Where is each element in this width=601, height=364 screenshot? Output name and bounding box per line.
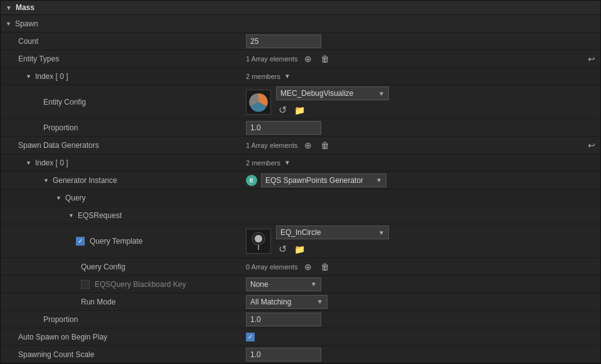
- proportion-label: Proportion: [43, 123, 78, 132]
- entity-config-label: Entity Config: [43, 98, 86, 107]
- eqs-icon: E: [246, 175, 257, 186]
- query-template-folder-button[interactable]: 📁: [292, 242, 307, 256]
- query-config-add-button[interactable]: ⊕: [302, 261, 314, 273]
- index0b-toggle-icon[interactable]: ▼: [26, 160, 31, 166]
- index0b-collapse-icon[interactable]: ▼: [284, 159, 290, 166]
- run-mode-row: Run Mode All Matching ▼: [1, 293, 600, 311]
- index0b-row: ▼ Index [ 0 ] 2 members ▼: [1, 154, 600, 172]
- generator-instance-dropdown[interactable]: EQS SpawnPoints Generator ▼: [261, 174, 386, 187]
- run-mode-arrow-icon: ▼: [317, 298, 323, 305]
- index0-collapse-icon[interactable]: ▼: [284, 73, 290, 80]
- index0-badge: 2 members: [246, 73, 280, 80]
- spawning-count-label: Spawning Count Scale: [18, 350, 94, 359]
- count-label: Count: [18, 37, 38, 46]
- eqs-bb-label: EQSQuery Blackboard Key: [95, 280, 186, 289]
- run-mode-label: Run Mode: [81, 298, 115, 306]
- eqs-query-bb-row: EQSQuery Blackboard Key None ▼: [1, 276, 600, 293]
- pie-chart-icon: [248, 92, 269, 112]
- bb-dropdown-arrow-icon: ▼: [311, 281, 317, 288]
- query-template-row: Query Template EQ_InCircle ▼ ↺ 📁: [1, 224, 600, 258]
- qt-dropdown-arrow-icon: ▼: [378, 229, 385, 236]
- proportion2-input[interactable]: [246, 313, 321, 326]
- spawn-data-undo-button[interactable]: ↩: [585, 139, 598, 152]
- mass-panel: ▼ Mass ▼ Spawn Count Entity Types 1 Arra…: [0, 0, 601, 364]
- query-config-row: Query Config 0 Array elements ⊕ 🗑: [1, 258, 600, 276]
- auto-spawn-row: Auto Spawn on Begin Play: [1, 328, 600, 346]
- index0-toggle-icon[interactable]: ▼: [26, 73, 31, 80]
- query-row: ▼ Query: [1, 189, 600, 207]
- title-arrow-icon[interactable]: ▼: [6, 4, 12, 11]
- eqs-request-label: EQSRequest: [78, 211, 122, 220]
- query-template-dropdown[interactable]: EQ_InCircle ▼: [276, 226, 389, 239]
- entity-config-row: Entity Config MEC_DebugVisualize ▼: [1, 85, 600, 119]
- query-config-badge: 0 Array elements: [246, 263, 298, 271]
- eqs-bb-dropdown[interactable]: None ▼: [246, 278, 321, 291]
- auto-spawn-label: Auto Spawn on Begin Play: [18, 333, 107, 341]
- query-config-delete-button[interactable]: 🗑: [318, 261, 332, 273]
- index0-row: ▼ Index [ 0 ] 2 members ▼: [1, 68, 600, 85]
- entity-types-delete-button[interactable]: 🗑: [318, 53, 332, 65]
- query-template-refresh-button[interactable]: ↺: [276, 242, 289, 256]
- panel-title: Mass: [16, 3, 35, 12]
- spawn-data-add-button[interactable]: ⊕: [302, 139, 314, 152]
- entity-types-row: Entity Types 1 Array elements ⊕ 🗑 ↩: [1, 50, 600, 68]
- spawning-count-row: Spawning Count Scale: [1, 346, 600, 363]
- query-template-checkbox[interactable]: [76, 237, 85, 246]
- generator-instance-row: ▼ Generator Instance E EQS SpawnPoints G…: [1, 172, 600, 189]
- count-row: Count: [1, 33, 600, 50]
- eqs-request-toggle-icon[interactable]: ▼: [68, 212, 74, 219]
- gen-instance-toggle-icon[interactable]: ▼: [43, 177, 49, 184]
- spawn-row: ▼ Spawn: [1, 15, 600, 33]
- query-config-label: Query Config: [81, 263, 125, 271]
- auto-spawn-checkbox[interactable]: [246, 333, 255, 341]
- spawn-label: Spawn: [15, 19, 38, 28]
- entity-config-dropdown[interactable]: MEC_DebugVisualize ▼: [276, 86, 389, 100]
- pin-icon: [251, 231, 266, 251]
- index0b-label: Index [ 0 ]: [35, 159, 68, 167]
- entity-config-refresh-button[interactable]: ↺: [276, 103, 289, 117]
- eqs-bb-checkbox[interactable]: [81, 280, 90, 289]
- eqs-request-row: ▼ EQSRequest: [1, 207, 600, 224]
- entity-types-badge: 1 Array elements: [246, 55, 298, 63]
- query-template-thumbnail: [246, 229, 271, 254]
- entity-types-add-button[interactable]: ⊕: [302, 53, 314, 65]
- proportion2-label: Proportion: [43, 315, 78, 324]
- proportion-row: Proportion: [1, 119, 600, 137]
- title-bar: ▼ Mass: [1, 1, 600, 15]
- query-toggle-icon[interactable]: ▼: [56, 195, 61, 201]
- spawn-data-gen-label: Spawn Data Generators: [18, 141, 99, 150]
- proportion2-row: Proportion: [1, 311, 600, 328]
- entity-config-folder-button[interactable]: 📁: [292, 103, 307, 117]
- spawn-data-delete-button[interactable]: 🗑: [318, 139, 332, 152]
- dropdown-arrow-icon: ▼: [378, 90, 385, 97]
- spawn-data-gen-badge: 1 Array elements: [246, 142, 298, 149]
- index0-label: Index [ 0 ]: [35, 72, 68, 81]
- generator-instance-label: Generator Instance: [53, 176, 117, 185]
- spawning-count-input[interactable]: [246, 348, 321, 361]
- query-template-label: Query Template: [90, 237, 143, 246]
- proportion-input[interactable]: [246, 121, 321, 135]
- spawn-data-gen-row: Spawn Data Generators 1 Array elements ⊕…: [1, 137, 600, 154]
- query-label: Query: [65, 194, 86, 202]
- svg-point-2: [255, 235, 262, 242]
- index0b-badge: 2 members: [246, 159, 280, 167]
- undo-button[interactable]: ↩: [585, 53, 598, 65]
- spawn-toggle-icon[interactable]: ▼: [6, 21, 11, 27]
- run-mode-dropdown[interactable]: All Matching ▼: [246, 295, 327, 309]
- gen-dropdown-arrow-icon: ▼: [376, 177, 382, 184]
- entity-config-thumbnail: [246, 90, 271, 115]
- count-input[interactable]: [246, 34, 321, 48]
- entity-types-label: Entity Types: [18, 55, 59, 63]
